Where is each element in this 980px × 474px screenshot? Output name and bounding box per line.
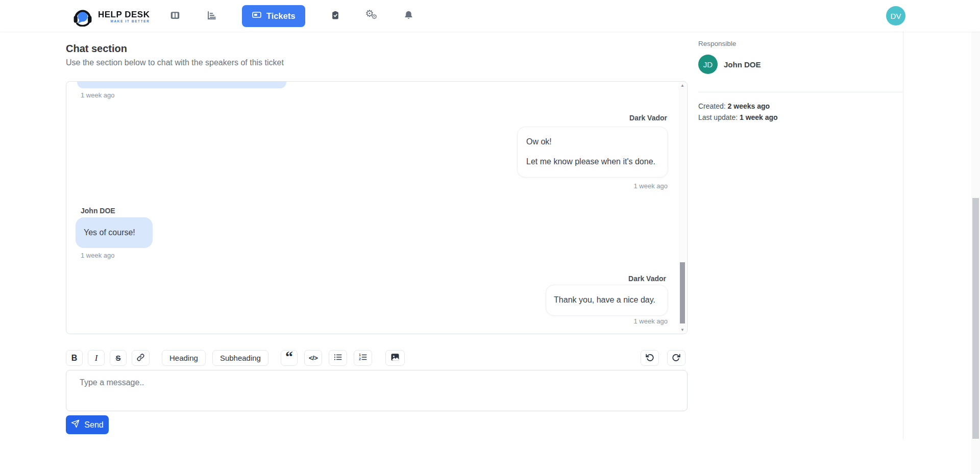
brand-tagline: MAKE IT BETTER [111,19,150,23]
headset-logo-icon [71,4,94,29]
message-timestamp: 1 week ago [634,317,668,325]
message-input[interactable] [66,370,688,411]
page-scrollbar-thumb[interactable] [972,198,979,439]
undo-button[interactable] [641,350,659,366]
ticket-icon [252,10,262,22]
created-label: Created: [698,102,726,110]
bullet-list-icon [333,353,342,363]
link-button[interactable] [132,350,150,366]
responsible-user[interactable]: JD John DOE [698,55,903,74]
message-line: Ow ok! [526,137,655,146]
redo-button[interactable] [667,350,685,366]
last-update-value: 1 week ago [740,113,778,121]
created-row: Created: 2 weeks ago [698,102,770,110]
blockquote-button[interactable]: “ [281,350,298,366]
user-initials: DV [891,12,901,20]
code-button[interactable]: </> [304,350,322,366]
message-timestamp: 1 week ago [634,182,668,190]
message-line: Yes of course! [84,228,135,237]
responsible-name: John DOE [724,60,761,69]
brand-title: HELP DESK [98,10,150,19]
nav-boards-button[interactable] [168,9,182,22]
message-sender: Dark Vador [629,114,667,122]
last-update-row: Last update: 1 week ago [698,113,778,121]
image-icon [390,352,400,364]
ordered-list-icon: 1 2 [358,353,368,363]
gears-icon: ⚙ ⚙ [365,9,379,23]
page-scrollbar[interactable] [971,0,980,474]
message-sender: John DOE [81,207,115,215]
heading-button[interactable]: Heading [162,350,206,366]
scroll-down-icon[interactable]: ▼ [679,328,686,332]
link-icon [136,353,145,363]
chat-scrollbar-thumb[interactable] [680,262,685,323]
top-navbar: HELP DESK MAKE IT BETTER [0,0,980,32]
strikethrough-button[interactable]: S [110,350,127,366]
send-button[interactable]: Send [66,415,109,434]
columns-icon [169,10,181,22]
chat-bubble-partial [77,82,286,88]
user-avatar[interactable]: DV [886,6,905,26]
last-update-label: Last update: [698,113,738,121]
nav-settings-button[interactable]: ⚙ ⚙ [365,9,379,22]
ordered-list-button[interactable]: 1 2 [354,350,372,366]
chat-scrollbar[interactable]: ▲ ▼ [679,82,686,333]
clipboard-check-icon [330,10,340,22]
page-title: Chat section [66,43,127,55]
nav-tickets-button[interactable]: Tickets [242,5,305,27]
insert-image-button[interactable] [385,350,405,366]
message-line: Let me know please when it's done. [526,157,655,166]
ticket-details-sidebar: Responsible JD John DOE Created: 2 weeks… [698,32,903,439]
editor-toolbar: B I S Heading Subheading “ </> [66,350,688,366]
message-timestamp: 1 week ago [81,252,115,259]
page-subtitle: Use the section below to chat with the s… [66,58,284,67]
created-value: 2 weeks ago [728,102,770,110]
italic-button[interactable]: I [88,350,105,366]
responsible-initials: JD [703,60,713,69]
subheading-button[interactable]: Subheading [212,350,268,366]
nav-notifications-button[interactable] [402,9,415,22]
nav-tasks-button[interactable] [329,9,342,22]
send-icon [71,419,80,430]
nav-tickets-label: Tickets [266,11,296,21]
scroll-up-icon[interactable]: ▲ [679,83,686,88]
send-label: Send [84,420,103,430]
chat-bubble: Ow ok! Let me know please when it's done… [517,127,668,178]
main-nav: Tickets ⚙ ⚙ [168,0,415,32]
chat-history-panel[interactable]: 1 week ago Dark Vador Ow ok! Let me know… [66,81,688,334]
responsible-avatar: JD [698,55,718,74]
message-line: Thank you, have a nice day. [554,295,655,305]
chat-bubble: Yes of course! [76,217,153,248]
bar-chart-icon [206,10,217,22]
message-timestamp: 1 week ago [81,91,115,99]
bullet-list-button[interactable] [329,350,347,366]
bell-icon [403,10,414,22]
undo-icon [645,353,654,363]
main-content: Chat section Use the section below to ch… [66,32,688,442]
svg-text:2: 2 [359,357,361,361]
quote-icon: “ [285,354,293,362]
redo-icon [672,353,681,363]
message-sender: Dark Vador [628,275,666,283]
nav-stats-button[interactable] [205,9,218,22]
svg-text:1: 1 [359,353,361,357]
brand-logo[interactable]: HELP DESK MAKE IT BETTER [71,4,150,29]
sidebar-divider [698,92,903,92]
bold-button[interactable]: B [66,350,83,366]
code-icon: </> [309,354,317,362]
chat-bubble: Thank you, have a nice day. [546,285,668,316]
responsible-label: Responsible [698,40,903,47]
